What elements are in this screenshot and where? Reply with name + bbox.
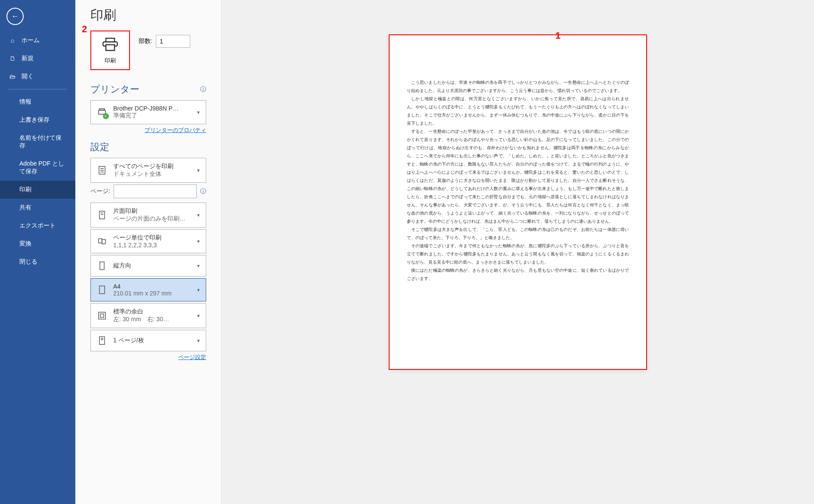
info-icon[interactable]: ⓘ xyxy=(200,187,206,195)
printer-icon xyxy=(102,36,119,53)
page-setup-link[interactable]: ページ設定 xyxy=(178,354,206,360)
pages-per-sheet-title: 1 ページ/枚 xyxy=(113,337,191,344)
annotation-marker-2: 2 xyxy=(82,24,87,35)
svg-rect-3 xyxy=(99,109,105,111)
nav-open[interactable]: 🗁 開く xyxy=(0,68,75,86)
sides-selector[interactable]: 片面印刷 ページの片面のみを印刷し… ▼ xyxy=(90,203,206,227)
preview-text-content: こう思いましたからは、早速その蜘蛛の糸を両手でしっかりとつかみながら、一生懸命に… xyxy=(407,78,629,283)
paper-sub: 210.01 mm x 297 mm xyxy=(113,290,191,297)
nav-export-label: エクスポート xyxy=(19,222,56,230)
margins-title: 標準の余白 xyxy=(113,308,191,316)
back-button[interactable]: ← xyxy=(6,8,24,25)
svg-rect-1 xyxy=(106,45,115,50)
collate-title: ページ単位で印刷 xyxy=(113,234,191,242)
paper-title: A4 xyxy=(113,283,191,290)
orientation-portrait-icon xyxy=(96,260,108,272)
arrow-left-icon: ← xyxy=(11,12,19,21)
nav-home[interactable]: ⌂ ホーム xyxy=(0,31,75,49)
annotation-marker-1: 1 xyxy=(555,30,560,41)
chevron-down-icon: ▼ xyxy=(196,288,201,292)
sides-sub: ページの片面のみを印刷し… xyxy=(113,215,191,223)
paper-size-selector[interactable]: A4 210.01 mm x 297 mm ▼ xyxy=(90,278,206,301)
sides-title: 片面印刷 xyxy=(113,207,191,215)
nav-info[interactable]: 情報 xyxy=(0,93,75,111)
nav-divider xyxy=(9,89,67,89)
svg-rect-14 xyxy=(99,286,105,294)
nav-close-label: 閉じる xyxy=(19,258,37,266)
margins-selector[interactable]: 標準の余白 左: 30 mm 右: 30… ▼ xyxy=(90,303,206,328)
nav-convert[interactable]: 変換 xyxy=(0,235,75,253)
nav-print-label: 印刷 xyxy=(19,186,31,194)
document-pages-icon xyxy=(96,164,108,176)
info-icon[interactable]: ⓘ xyxy=(200,86,206,93)
nav-new-label: 新規 xyxy=(22,55,34,62)
nav-info-label: 情報 xyxy=(19,98,31,106)
document-icon: 🗋 xyxy=(9,55,16,62)
nav-share[interactable]: 共有 xyxy=(0,199,75,217)
svg-rect-17 xyxy=(99,337,105,344)
printer-properties-link[interactable]: プリンターのプロパティ xyxy=(145,127,206,133)
chevron-down-icon: ▼ xyxy=(196,264,201,268)
nav-home-label: ホーム xyxy=(22,37,40,44)
page-side-icon xyxy=(96,209,108,221)
page-title: 印刷 xyxy=(90,6,206,24)
pages-input[interactable] xyxy=(114,184,197,198)
print-preview-area: こう思いましたからは、早速その蜘蛛の糸を両手でしっかりとつかみながら、一生懸命に… xyxy=(222,0,814,504)
svg-rect-16 xyxy=(100,314,104,317)
nav-close[interactable]: 閉じる xyxy=(0,253,75,271)
collate-selector[interactable]: ページ単位で印刷 1,1,1 2,2,2 3,3,3 ▼ xyxy=(90,229,206,253)
nav-save-as-label: 名前を付けて保存 xyxy=(19,134,67,150)
svg-rect-15 xyxy=(99,312,105,319)
pages-label: ページ: xyxy=(90,187,110,195)
copies-label: 部数: xyxy=(139,37,152,45)
preview-page: こう思いましたからは、早速その蜘蛛の糸を両手でしっかりとつかみながら、一生懸命に… xyxy=(389,34,647,370)
page-icon xyxy=(96,284,108,296)
margins-icon xyxy=(96,310,108,322)
svg-rect-12 xyxy=(102,240,105,244)
printer-status: 準備完了 xyxy=(113,112,191,120)
collate-sub: 1,1,1 2,2,2 3,3,3 xyxy=(113,242,191,249)
nav-open-label: 開く xyxy=(22,73,34,80)
svg-rect-13 xyxy=(100,262,104,270)
check-badge-icon: ✓ xyxy=(103,113,109,119)
printer-device-icon: ✓ xyxy=(96,106,108,118)
nav-save-overwrite-label: 上書き保存 xyxy=(19,116,50,124)
nav-save-pdf[interactable]: Adobe PDF として保存 xyxy=(0,155,75,181)
printer-selector[interactable]: ✓ Brother DCP-J988N P… 準備完了 ▼ xyxy=(90,100,206,124)
orientation-title: 縦方向 xyxy=(113,262,191,270)
print-button[interactable]: 印刷 xyxy=(90,31,130,70)
nav-print[interactable]: 印刷 xyxy=(0,181,75,199)
print-range-title: すべてのページを印刷 xyxy=(113,163,191,170)
chevron-down-icon: ▼ xyxy=(196,168,201,173)
svg-rect-11 xyxy=(99,239,102,243)
margins-sub: 左: 30 mm 右: 30… xyxy=(113,316,191,323)
print-range-sub: ドキュメント全体 xyxy=(113,170,191,178)
nav-save-pdf-label: Adobe PDF として保存 xyxy=(19,160,67,175)
copies-input[interactable] xyxy=(156,35,190,48)
settings-section-title: 設定 xyxy=(90,141,109,154)
chevron-down-icon: ▼ xyxy=(196,239,201,244)
print-button-label: 印刷 xyxy=(105,57,116,65)
pages-per-sheet-icon xyxy=(96,335,108,347)
home-icon: ⌂ xyxy=(9,37,16,44)
folder-open-icon: 🗁 xyxy=(9,73,16,80)
nav-new[interactable]: 🗋 新規 xyxy=(0,49,75,68)
collate-icon xyxy=(96,235,108,247)
nav-share-label: 共有 xyxy=(19,204,31,212)
nav-export[interactable]: エクスポート xyxy=(0,217,75,235)
chevron-down-icon: ▼ xyxy=(196,213,201,218)
printer-name: Brother DCP-J988N P… xyxy=(113,105,191,112)
svg-rect-8 xyxy=(99,211,105,219)
chevron-down-icon: ▼ xyxy=(196,313,201,318)
printer-section-title: プリンター xyxy=(90,83,139,96)
orientation-selector[interactable]: 縦方向 ▼ xyxy=(90,255,206,277)
chevron-down-icon: ▼ xyxy=(196,110,201,115)
chevron-down-icon: ▼ xyxy=(196,338,201,343)
nav-save-as[interactable]: 名前を付けて保存 xyxy=(0,129,75,155)
print-range-selector[interactable]: すべてのページを印刷 ドキュメント全体 ▼ xyxy=(90,158,206,183)
nav-save-overwrite[interactable]: 上書き保存 xyxy=(0,111,75,129)
nav-convert-label: 変換 xyxy=(19,240,31,248)
pages-per-sheet-selector[interactable]: 1 ページ/枚 ▼ xyxy=(90,330,206,351)
